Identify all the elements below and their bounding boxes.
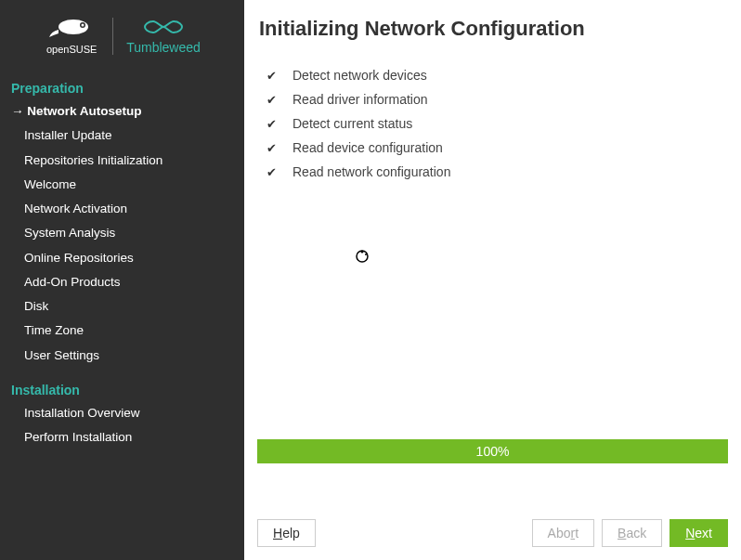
footer: Help Abort Back Next (244, 463, 741, 560)
step-label: Read driver information (292, 92, 428, 107)
step-label: Read device configuration (292, 140, 443, 155)
infinity-icon (143, 18, 184, 36)
sidebar-item-network-activation[interactable]: Network Activation (11, 197, 233, 221)
check-icon: ✔ (266, 93, 292, 107)
sidebar-item-system-analysis[interactable]: System Analysis (11, 221, 233, 245)
footer-right: Abort Back Next (532, 519, 728, 547)
theme-toggle-icon[interactable] (706, 20, 724, 38)
step-item: ✔ Detect current status (266, 111, 728, 136)
check-icon: ✔ (266, 69, 292, 83)
nav-section-title: Installation (11, 383, 233, 397)
svg-point-2 (82, 24, 84, 27)
content-area: ✔ Detect network devices ✔ Read driver i… (244, 50, 741, 439)
page-title: Initializing Network Configuration (259, 17, 585, 41)
sidebar-item-network-autosetup[interactable]: Network Autosetup (11, 99, 233, 124)
step-item: ✔ Read device configuration (266, 136, 728, 160)
spinner-icon (355, 249, 370, 264)
tumbleweed-text: Tumbleweed (126, 40, 201, 55)
chameleon-icon (44, 17, 99, 43)
sidebar-item-time-zone[interactable]: Time Zone (11, 319, 233, 343)
opensuse-text: openSUSE (46, 44, 97, 55)
next-button[interactable]: Next (670, 519, 728, 547)
logo-area: openSUSE Tumbleweed (0, 0, 244, 66)
step-item: ✔ Detect network devices (266, 63, 728, 87)
step-label: Read network configuration (292, 164, 450, 179)
sidebar-item-repositories-init[interactable]: Repositories Initialization (11, 149, 233, 173)
opensuse-logo: openSUSE (44, 17, 99, 55)
sidebar-item-installer-update[interactable]: Installer Update (11, 124, 233, 148)
back-button[interactable]: Back (602, 519, 662, 547)
progress-label: 100% (476, 444, 510, 459)
step-label: Detect network devices (292, 68, 427, 83)
progress-area: 100% (244, 439, 741, 463)
sidebar-item-disk[interactable]: Disk (11, 294, 233, 319)
footer-left: Help (257, 519, 316, 547)
check-icon: ✔ (266, 117, 292, 131)
step-list: ✔ Detect network devices ✔ Read driver i… (266, 63, 728, 184)
sidebar: openSUSE Tumbleweed Preparation Network … (0, 0, 244, 560)
nav-section-preparation: Preparation Network Autosetup Installer … (0, 66, 244, 368)
svg-point-5 (365, 254, 367, 255)
nav-section-installation: Installation Installation Overview Perfo… (0, 368, 244, 450)
step-item: ✔ Read network configuration (266, 160, 728, 184)
main-panel: Initializing Network Configuration ✔ Det… (244, 0, 741, 560)
sidebar-item-installation-overview[interactable]: Installation Overview (11, 401, 233, 425)
step-item: ✔ Read driver information (266, 87, 728, 111)
spinner-area (355, 249, 728, 267)
sidebar-item-perform-installation[interactable]: Perform Installation (11, 425, 233, 449)
abort-button[interactable]: Abort (532, 519, 594, 547)
progress-bar: 100% (257, 439, 728, 463)
help-button[interactable]: Help (257, 519, 316, 547)
check-icon: ✔ (266, 141, 292, 155)
svg-point-4 (361, 251, 364, 254)
sidebar-item-welcome[interactable]: Welcome (11, 173, 233, 197)
sidebar-item-user-settings[interactable]: User Settings (11, 344, 233, 368)
nav-section-title: Preparation (11, 81, 233, 96)
sidebar-item-online-repositories[interactable]: Online Repositories (11, 246, 233, 270)
sidebar-item-addon-products[interactable]: Add-On Products (11, 270, 233, 294)
check-icon: ✔ (266, 165, 292, 179)
step-label: Detect current status (292, 116, 412, 131)
logo-divider (112, 18, 113, 55)
tumbleweed-logo: Tumbleweed (126, 18, 201, 55)
header: Initializing Network Configuration (244, 0, 741, 50)
